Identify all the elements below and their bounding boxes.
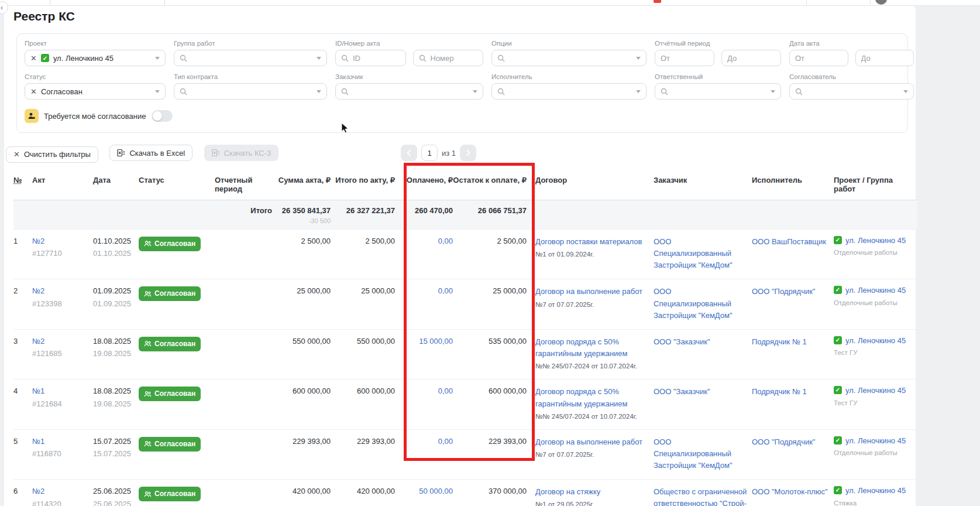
- project-link[interactable]: ул. Леночкино 45: [845, 436, 906, 446]
- project-link[interactable]: ул. Леночкино 45: [845, 286, 906, 295]
- table-header: № Акт Дата Статус Отчетный период Сумма …: [13, 171, 917, 200]
- search-icon: [497, 88, 505, 95]
- act-id-input[interactable]: [353, 54, 400, 63]
- totals-sum: 26 350 841,37: [272, 206, 331, 215]
- customer-link[interactable]: Общество с ограниченной ответственностью…: [654, 487, 747, 506]
- filter-label: Отчётный период: [655, 40, 781, 47]
- project-select-value: ул. Леночкино 45: [53, 54, 114, 63]
- act-date-to-input[interactable]: [861, 54, 909, 63]
- contract-link[interactable]: Договор подряда с 50% гарантийным удержа…: [535, 387, 628, 408]
- executor-link[interactable]: ООО ВашПоставщик: [752, 237, 826, 246]
- act-id: #114320: [32, 499, 93, 506]
- search-icon: [497, 54, 505, 62]
- act-date: 25.06.2025: [93, 486, 139, 497]
- clear-icon[interactable]: ✕: [30, 54, 37, 62]
- status-badge: Согласован: [139, 286, 201, 301]
- people-icon: [144, 491, 152, 498]
- my-approval-toggle[interactable]: [152, 110, 173, 122]
- executor-link[interactable]: Подрядчик № 1: [752, 387, 807, 396]
- chevron-down-icon: [155, 90, 160, 93]
- contract-link[interactable]: Договор на выполнение работ: [535, 437, 642, 446]
- chevron-left-icon: [407, 149, 411, 156]
- status-label: Согласован: [154, 489, 195, 499]
- executor-link[interactable]: ООО "Подрядчик": [752, 437, 815, 446]
- act-number-field[interactable]: [413, 50, 484, 66]
- act-link[interactable]: №1: [32, 437, 44, 446]
- status-label: Согласован: [154, 439, 195, 449]
- paid-link[interactable]: 0,00: [438, 237, 453, 245]
- paid-link[interactable]: 0,00: [438, 437, 453, 446]
- report-period-to-field[interactable]: [721, 50, 781, 66]
- clear-icon[interactable]: ✕: [30, 88, 37, 95]
- executor-link[interactable]: ООО "Молоток-плюс": [752, 487, 828, 496]
- act-date-secondary: 25.06.2025: [93, 499, 139, 506]
- approver-select[interactable]: [789, 83, 914, 100]
- customer-link[interactable]: ООО Специализированный Застройщик "КемДо…: [654, 237, 733, 269]
- act-link[interactable]: №1: [32, 387, 44, 395]
- project-link[interactable]: ул. Леночкино 45: [845, 336, 906, 346]
- contract-link[interactable]: Договор на выполнение работ: [535, 287, 642, 296]
- status-select[interactable]: ✕ Согласован: [25, 83, 166, 100]
- contract-link[interactable]: Договор подряда с 50% гарантийным удержа…: [535, 337, 628, 358]
- contract-link[interactable]: Договор на стяжку: [535, 487, 600, 496]
- act-id-field[interactable]: [335, 50, 406, 66]
- customer-link[interactable]: ООО "Заказчик": [654, 387, 710, 396]
- customer-link[interactable]: ООО Специализированный Застройщик "КемДо…: [654, 287, 733, 319]
- executor-link[interactable]: ООО "Подрядчик": [752, 287, 815, 296]
- work-group-select[interactable]: [174, 50, 327, 66]
- report-period-from-input[interactable]: [661, 54, 709, 63]
- project-link[interactable]: ул. Леночкино 45: [845, 486, 906, 495]
- filter-label: Исполнитель: [491, 73, 647, 80]
- report-period-value: [214, 486, 272, 506]
- project-link[interactable]: ул. Леночкино 45: [845, 386, 906, 395]
- act-link[interactable]: №2: [32, 237, 44, 245]
- project-select[interactable]: ✕ ✓ ул. Леночкино 45: [25, 50, 166, 66]
- customer-select[interactable]: [335, 83, 483, 100]
- project-link[interactable]: ул. Леночкино 45: [845, 236, 906, 245]
- clear-filters-button[interactable]: ✕ Очистить фильтры: [6, 146, 98, 163]
- act-number-input[interactable]: [431, 54, 478, 63]
- search-icon: [661, 88, 668, 95]
- filter-label: ID/Номер акта: [335, 40, 483, 47]
- act-id: #116870: [32, 449, 93, 459]
- paid-link[interactable]: 0,00: [438, 286, 453, 295]
- chevron-down-icon: [636, 57, 641, 60]
- contract-type-select[interactable]: [174, 83, 327, 100]
- customer-link[interactable]: ООО "Заказчик": [654, 337, 710, 346]
- column-header-num[interactable]: №: [13, 176, 22, 184]
- contract-link[interactable]: Договор поставки материалов: [535, 237, 642, 246]
- act-link[interactable]: №2: [32, 286, 44, 295]
- filter-label: Заказчик: [335, 73, 483, 80]
- user-approve-icon: [25, 109, 39, 123]
- executor-select[interactable]: [491, 83, 647, 100]
- filter-status: Статус ✕ Согласован: [25, 73, 166, 100]
- act-link[interactable]: №2: [32, 337, 44, 346]
- report-period-from-field[interactable]: [655, 50, 714, 66]
- customer-link[interactable]: ООО Специализированный Застройщик "КемДо…: [654, 437, 733, 470]
- act-sum-value: 25 000,00: [272, 286, 331, 321]
- act-date-from-input[interactable]: [795, 54, 843, 63]
- toolbar-separator: [870, 0, 871, 5]
- act-date-from-field[interactable]: [789, 50, 848, 66]
- chevron-down-icon: [903, 90, 908, 93]
- paid-link[interactable]: 15 000,00: [419, 337, 453, 346]
- act-date: 18.08.2025: [93, 386, 139, 396]
- responsible-select[interactable]: [655, 83, 781, 100]
- paid-link[interactable]: 0,00: [438, 387, 453, 395]
- options-select[interactable]: [491, 50, 647, 66]
- column-header-contract: Договор: [527, 171, 652, 200]
- page-number-input[interactable]: [421, 145, 438, 161]
- report-period-to-input[interactable]: [727, 54, 775, 63]
- row-number: 1: [13, 236, 32, 271]
- act-date-to-field[interactable]: [855, 50, 914, 66]
- page-title: Реестр КС: [13, 9, 75, 23]
- contract-number: №№ 245/07-2024 от 10.07.2024г.: [535, 361, 652, 371]
- browser-tab-edge: [50, 0, 50, 5]
- status-badge: Согласован: [139, 387, 201, 401]
- executor-link[interactable]: Подрядчик № 1: [752, 337, 807, 346]
- act-link[interactable]: №2: [32, 487, 44, 495]
- totals-act-total: 26 327 221,37: [331, 206, 395, 224]
- filter-report-period: Отчётный период: [655, 40, 781, 66]
- download-excel-button[interactable]: Скачать в Excel: [109, 145, 192, 161]
- paid-link[interactable]: 50 000,00: [419, 487, 453, 495]
